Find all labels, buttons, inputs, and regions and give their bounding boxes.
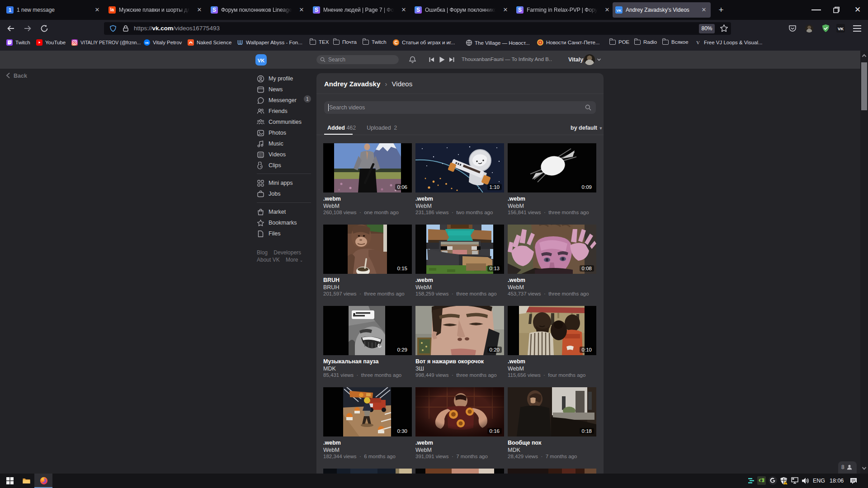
svg-text:VK: VK — [616, 9, 621, 13]
svg-text:C: C — [394, 40, 397, 45]
svg-text:VK: VK — [145, 42, 149, 44]
svg-text:VK: VK — [838, 26, 844, 31]
svg-text:VK: VK — [258, 58, 264, 63]
svg-text:V: V — [696, 40, 700, 45]
